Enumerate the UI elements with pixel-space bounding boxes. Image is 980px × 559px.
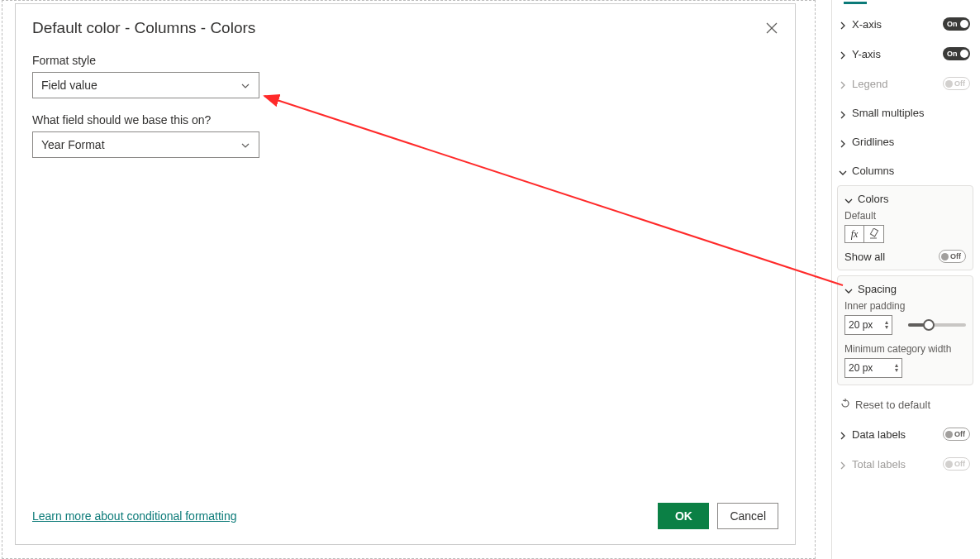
based-on-label: What field should we base this on?: [32, 113, 778, 127]
section-small-multiples[interactable]: Small multiples: [832, 98, 978, 127]
section-label: Spacing: [858, 283, 897, 295]
reset-label: Reset to default: [855, 399, 930, 411]
chevron-down-icon: [844, 195, 853, 203]
spinner-icon: ▴▾: [895, 363, 898, 373]
min-cat-width-input[interactable]: 20 px ▴▾: [844, 358, 902, 378]
show-all-row: Show all Off: [844, 250, 966, 263]
section-x-axis[interactable]: X-axis On: [832, 9, 978, 39]
cancel-button[interactable]: Cancel: [717, 503, 778, 529]
x-axis-toggle[interactable]: On: [943, 17, 970, 31]
chevron-right-icon: [839, 50, 847, 58]
close-icon[interactable]: [765, 22, 778, 35]
format-style-value: Field value: [41, 79, 98, 92]
learn-more-link[interactable]: Learn more about conditional formatting: [32, 509, 236, 523]
chevron-down-icon: [839, 167, 847, 175]
conditional-formatting-dialog: Default color - Columns - Colors Format …: [15, 3, 796, 545]
section-label: Data labels: [852, 428, 906, 441]
section-label: Small multiples: [852, 107, 924, 119]
chevron-right-icon: [839, 79, 847, 88]
section-legend: Legend Off: [832, 69, 978, 98]
section-label: Legend: [852, 78, 887, 90]
reset-icon: [840, 399, 850, 411]
chevron-right-icon: [839, 20, 847, 28]
fx-button-group: fx: [844, 225, 966, 243]
dialog-button-row: OK Cancel: [658, 503, 778, 529]
eraser-button[interactable]: [864, 225, 884, 243]
reset-to-default[interactable]: Reset to default: [832, 390, 978, 419]
total-labels-toggle: Off: [943, 457, 970, 471]
show-all-label: Show all: [844, 251, 885, 263]
section-colors[interactable]: Colors: [844, 193, 966, 210]
inner-padding-row: 20 px ▴▾: [844, 315, 966, 335]
ok-button[interactable]: OK: [658, 503, 709, 529]
y-axis-toggle[interactable]: On: [943, 47, 970, 60]
spacing-panel: Spacing Inner padding 20 px ▴▾ Minimum c…: [837, 275, 973, 385]
format-pane: X-axis On Y-axis On Legend Off Small mul…: [831, 0, 978, 559]
format-style-label: Format style: [32, 54, 778, 67]
section-label: Columns: [852, 165, 894, 177]
chevron-down-icon: [240, 140, 250, 150]
section-y-axis[interactable]: Y-axis On: [832, 39, 978, 69]
section-spacing[interactable]: Spacing: [844, 283, 966, 300]
based-on-value: Year Format: [41, 138, 105, 151]
active-tab-indicator: [844, 2, 867, 4]
spinner-icon: ▴▾: [885, 320, 888, 330]
section-data-labels[interactable]: Data labels Off: [832, 419, 978, 449]
show-all-toggle[interactable]: Off: [939, 250, 966, 263]
chevron-right-icon: [839, 430, 847, 438]
chevron-right-icon: [839, 460, 847, 468]
chevron-right-icon: [839, 109, 847, 117]
section-columns[interactable]: Columns: [832, 156, 978, 185]
inner-padding-slider[interactable]: [908, 323, 966, 327]
colors-panel: Colors Default fx Show all Off: [837, 185, 973, 270]
data-labels-toggle[interactable]: Off: [943, 428, 970, 441]
default-label: Default: [844, 210, 966, 222]
section-label: Total labels: [852, 458, 906, 471]
dialog-title: Default color - Columns - Colors: [32, 19, 255, 37]
chevron-right-icon: [839, 138, 847, 146]
section-gridlines[interactable]: Gridlines: [832, 127, 978, 156]
svg-rect-2: [870, 228, 878, 236]
slider-thumb[interactable]: [923, 319, 935, 331]
section-label: X-axis: [852, 18, 882, 31]
dialog-footer: Learn more about conditional formatting …: [32, 503, 778, 529]
legend-toggle: Off: [943, 77, 970, 90]
inner-padding-input[interactable]: 20 px ▴▾: [844, 315, 892, 335]
based-on-select[interactable]: Year Format: [32, 131, 259, 158]
section-label: Y-axis: [852, 48, 881, 60]
chevron-down-icon: [844, 285, 853, 294]
min-cat-width-label: Minimum category width: [844, 343, 966, 355]
fx-button[interactable]: fx: [844, 225, 864, 243]
section-label: Colors: [858, 193, 889, 205]
format-style-select[interactable]: Field value: [32, 72, 259, 98]
section-label: Gridlines: [852, 136, 894, 148]
dialog-header: Default color - Columns - Colors: [32, 19, 778, 37]
chevron-down-icon: [240, 80, 250, 90]
inner-padding-label: Inner padding: [844, 300, 966, 312]
section-total-labels: Total labels Off: [832, 449, 978, 479]
